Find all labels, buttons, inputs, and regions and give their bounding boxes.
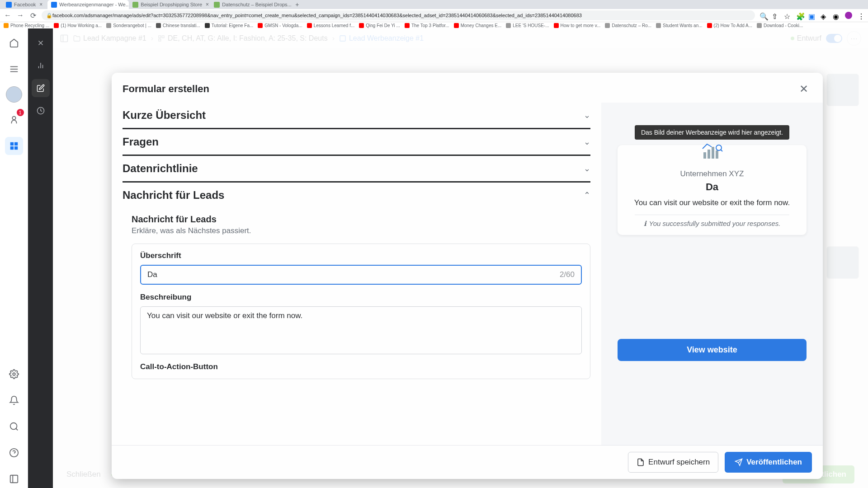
bookmark-icon bbox=[106, 23, 111, 28]
headline-label: Überschrift bbox=[140, 251, 582, 260]
divider bbox=[635, 215, 789, 215]
facebook-icon bbox=[51, 2, 57, 8]
menu-icon[interactable]: ⋮ bbox=[858, 12, 864, 19]
search-icon[interactable] bbox=[5, 418, 23, 436]
section-description: Erkläre, was als Nächstes passiert. bbox=[132, 226, 590, 235]
headline-input[interactable] bbox=[147, 270, 560, 279]
avatar[interactable] bbox=[6, 86, 22, 103]
close-icon[interactable]: × bbox=[204, 1, 210, 8]
reload-icon[interactable]: ⟳ bbox=[29, 11, 37, 19]
browser-tab-active[interactable]: Werbeanzeigenmanager - We...× bbox=[47, 0, 129, 9]
browser-tab-bar: Facebook× Werbeanzeigenmanager - We...× … bbox=[0, 0, 868, 9]
preview-description: You can visit our website or exit the fo… bbox=[627, 197, 797, 208]
cta-label: Call-to-Action-Button bbox=[140, 362, 582, 371]
bookmark-icon bbox=[707, 23, 712, 28]
star-icon[interactable]: ☆ bbox=[784, 12, 791, 19]
bookmark[interactable]: Chinese translati... bbox=[156, 23, 200, 28]
ads-manager-icon[interactable] bbox=[5, 137, 23, 155]
hamburger-icon[interactable] bbox=[5, 60, 23, 78]
home-icon[interactable] bbox=[5, 34, 23, 52]
form-builder-modal: Formular erstellen ✕ Kurze Übersicht ⌄ F… bbox=[112, 73, 823, 479]
preview-cta-button[interactable]: View website bbox=[618, 339, 807, 361]
preview-banner: Das Bild deiner Werbeanzeige wird hier a… bbox=[635, 125, 789, 140]
modal-title: Formular erstellen bbox=[123, 83, 209, 95]
bookmark-icon bbox=[454, 23, 459, 28]
bookmark[interactable]: Student Wants an... bbox=[656, 23, 702, 28]
extension-icon[interactable]: ◉ bbox=[833, 12, 840, 19]
magnify-icon[interactable]: 🔍 bbox=[760, 12, 766, 19]
bookmark[interactable]: Download - Cooki... bbox=[757, 23, 803, 28]
save-draft-button[interactable]: Entwurf speichern bbox=[628, 452, 718, 473]
bookmark[interactable]: Sonderangebot | ... bbox=[106, 23, 151, 28]
preview-business-name: Unternehmen XYZ bbox=[627, 169, 797, 178]
profile-icon[interactable] bbox=[845, 12, 852, 19]
bookmark[interactable]: LEE 'S HOUSE-... bbox=[506, 23, 549, 28]
facebook-icon bbox=[6, 2, 12, 8]
bookmark[interactable]: GMSN - Vologda... bbox=[258, 23, 302, 28]
bell-icon[interactable] bbox=[5, 391, 23, 409]
svg-point-8 bbox=[13, 373, 15, 375]
bookmark[interactable]: Datenschutz – Ro... bbox=[605, 23, 651, 28]
gear-icon[interactable] bbox=[5, 365, 23, 383]
accordion-questions[interactable]: Fragen ⌄ bbox=[123, 129, 590, 156]
chevron-down-icon: ⌄ bbox=[584, 110, 590, 120]
form-column: Kurze Übersicht ⌄ Fragen ⌄ Datenrichtlin… bbox=[112, 103, 601, 445]
svg-rect-30 bbox=[716, 150, 718, 159]
forward-icon[interactable]: → bbox=[16, 11, 24, 19]
bookmark[interactable]: Phone Recycling ... bbox=[4, 23, 49, 28]
chevron-up-icon: ⌃ bbox=[584, 190, 590, 200]
svg-rect-5 bbox=[14, 142, 17, 145]
close-icon[interactable]: ✕ bbox=[796, 81, 812, 97]
bookmark-icon bbox=[258, 23, 263, 28]
bookmark-icon bbox=[405, 23, 410, 28]
svg-line-32 bbox=[721, 150, 722, 151]
bookmark[interactable]: Tutorial: Eigene Fa... bbox=[205, 23, 253, 28]
chart-icon[interactable] bbox=[32, 56, 50, 75]
bookmark-icon bbox=[307, 23, 312, 28]
chart-icon bbox=[701, 141, 723, 159]
back-icon[interactable]: ← bbox=[4, 11, 12, 19]
bookmark-icon bbox=[656, 23, 661, 28]
browser-tab[interactable]: Beispiel Dropshipping Store× bbox=[129, 0, 210, 9]
browser-tab[interactable]: Datenschutz – Beispiel Drops...× bbox=[210, 0, 292, 9]
bookmark[interactable]: (2) How To Add A... bbox=[707, 23, 752, 28]
help-icon[interactable] bbox=[5, 444, 23, 462]
bookmark-icon bbox=[54, 23, 59, 28]
bookmark[interactable]: How to get more v... bbox=[554, 23, 601, 28]
share-icon[interactable]: ⇧ bbox=[772, 12, 778, 19]
audiences-icon[interactable]: 1 bbox=[5, 111, 23, 129]
url-field[interactable]: 🔒 facebook.com/adsmanager/manage/ads/edi… bbox=[42, 10, 755, 20]
close-panel-icon[interactable] bbox=[32, 34, 50, 52]
editor-background: Lead Kampagne #1 › DE, CH, AT, G: Alle, … bbox=[53, 28, 868, 488]
close-icon[interactable]: × bbox=[38, 1, 44, 8]
bookmark-icon bbox=[554, 23, 559, 28]
bookmark-icon bbox=[156, 23, 161, 28]
bookmark[interactable]: Money Changes E... bbox=[454, 23, 502, 28]
bookmark[interactable]: Qing Fei De Yi ... bbox=[359, 23, 400, 28]
extension-icon[interactable]: 🧩 bbox=[796, 12, 803, 19]
modal-footer: Entwurf speichern Veröffentlichen bbox=[112, 445, 823, 479]
accordion-privacy[interactable]: Datenrichtlinie ⌄ bbox=[123, 156, 590, 183]
chevron-down-icon: ⌄ bbox=[584, 137, 590, 147]
new-tab-button[interactable]: + bbox=[292, 1, 302, 8]
chevron-down-icon: ⌄ bbox=[584, 164, 590, 174]
browser-chrome: Facebook× Werbeanzeigenmanager - We...× … bbox=[0, 0, 868, 28]
app-shell: 1 Lead Kampagne #1 › DE, CH, AT, G: Alle… bbox=[0, 28, 868, 488]
description-textarea[interactable] bbox=[147, 311, 575, 347]
modal-header: Formular erstellen ✕ bbox=[112, 73, 823, 103]
bookmark[interactable]: (1) How Working a... bbox=[54, 23, 102, 28]
accordion-overview[interactable]: Kurze Übersicht ⌄ bbox=[123, 103, 590, 129]
history-icon[interactable] bbox=[32, 102, 50, 120]
document-icon bbox=[637, 458, 645, 466]
collapse-icon[interactable] bbox=[5, 470, 23, 488]
edit-icon[interactable] bbox=[32, 79, 50, 97]
browser-tab[interactable]: Facebook× bbox=[2, 0, 47, 9]
accordion-completion[interactable]: Nachricht für Leads ⌃ bbox=[123, 183, 590, 208]
fb-pixel-icon[interactable]: ▣ bbox=[808, 12, 815, 19]
bookmark[interactable]: The Top 3 Platfor... bbox=[405, 23, 449, 28]
extension-icon[interactable]: ◈ bbox=[821, 12, 827, 19]
bookmark[interactable]: Lessons Learned f... bbox=[307, 23, 355, 28]
svg-point-9 bbox=[10, 423, 17, 430]
publish-button[interactable]: Veröffentlichen bbox=[725, 452, 812, 473]
bookmark-icon bbox=[205, 23, 210, 28]
